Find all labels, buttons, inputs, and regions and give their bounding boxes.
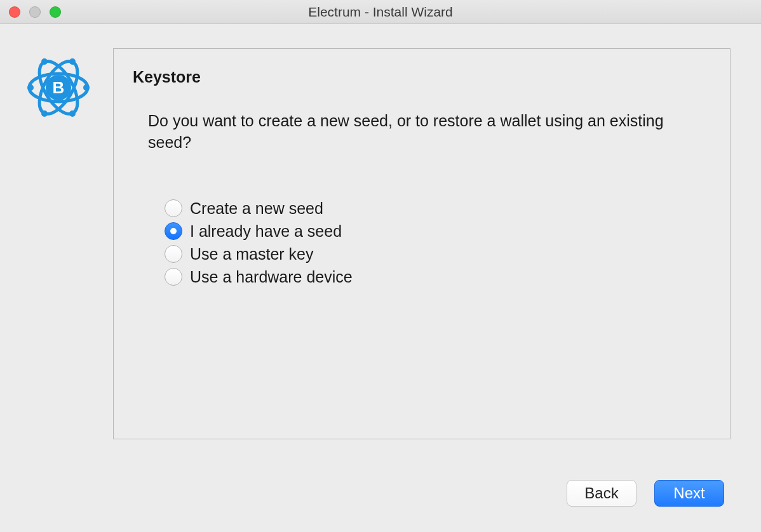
radio-icon xyxy=(165,222,182,240)
next-button[interactable]: Next xyxy=(654,480,724,507)
svg-point-6 xyxy=(83,84,90,91)
svg-point-9 xyxy=(69,58,76,65)
maximize-window-icon[interactable] xyxy=(50,6,61,18)
back-button[interactable]: Back xyxy=(567,480,636,507)
radio-create-new-seed[interactable]: Create a new seed xyxy=(165,199,711,218)
window-title: Electrum - Install Wizard xyxy=(0,4,761,20)
radio-use-master-key[interactable]: Use a master key xyxy=(165,245,711,263)
radio-icon xyxy=(165,245,182,263)
back-button-label: Back xyxy=(584,484,618,502)
radio-already-have-seed[interactable]: I already have a seed xyxy=(165,222,711,241)
svg-text:B: B xyxy=(53,78,65,97)
close-window-icon[interactable] xyxy=(9,6,20,18)
radio-label: Use a master key xyxy=(190,245,314,263)
titlebar: Electrum - Install Wizard xyxy=(0,0,761,24)
panel-heading: Keystore xyxy=(133,68,711,86)
radio-icon xyxy=(165,199,182,217)
svg-point-5 xyxy=(27,84,34,91)
sidebar: B xyxy=(24,48,113,439)
keystore-radio-group: Create a new seed I already have a seed … xyxy=(133,199,711,286)
window-controls xyxy=(9,6,61,18)
radio-icon xyxy=(165,268,182,286)
radio-label: I already have a seed xyxy=(190,222,342,241)
electrum-logo-icon: B xyxy=(24,53,93,122)
wizard-panel: Keystore Do you want to create a new see… xyxy=(113,48,731,439)
minimize-window-icon[interactable] xyxy=(29,6,41,18)
svg-point-10 xyxy=(41,110,48,117)
wizard-footer: Back Next xyxy=(567,480,724,507)
svg-point-8 xyxy=(69,110,76,117)
panel-question: Do you want to create a new seed, or to … xyxy=(133,110,679,154)
radio-use-hardware-device[interactable]: Use a hardware device xyxy=(165,268,711,286)
next-button-label: Next xyxy=(673,484,704,502)
radio-label: Use a hardware device xyxy=(190,268,353,286)
svg-point-7 xyxy=(41,58,48,65)
radio-label: Create a new seed xyxy=(190,199,323,218)
content-area: B Keystore Do you want to create a new s… xyxy=(0,24,761,439)
